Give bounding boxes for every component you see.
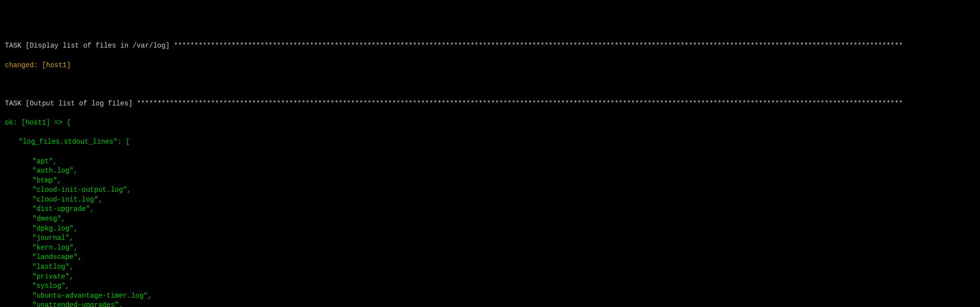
file-entry: "btmp", — [5, 176, 975, 186]
file-entry: "cloud-init-output.log", — [5, 185, 975, 195]
task2-var-name: "log_files.stdout_lines": [ — [5, 137, 975, 147]
file-entry: "dist-upgrade", — [5, 205, 975, 214]
task2-ok-line: ok: [host1] => { — [5, 118, 975, 128]
task1-status-changed: changed: [host1] — [5, 61, 975, 71]
file-entry: "unattended-upgrades", — [5, 301, 975, 307]
file-entry: "apt", — [5, 157, 975, 167]
task1-header: TASK [Display list of files in /var/log]… — [5, 41, 975, 51]
file-entry: "ubuntu-advantage-timer.log", — [5, 291, 975, 301]
file-entry: "kern.log", — [5, 243, 975, 253]
file-entry: "auth.log", — [5, 166, 975, 176]
file-entry: "cloud-init.log", — [5, 195, 975, 205]
task2-file-list: "apt","auth.log","btmp","cloud-init-outp… — [5, 157, 975, 307]
blank-line — [5, 80, 975, 90]
file-entry: "landscape", — [5, 253, 975, 262]
file-entry: "private", — [5, 272, 975, 282]
file-entry: "lastlog", — [5, 262, 975, 272]
file-entry: "dmesg", — [5, 214, 975, 224]
file-entry: "dpkg.log", — [5, 224, 975, 234]
file-entry: "syslog", — [5, 281, 975, 291]
file-entry: "journal", — [5, 233, 975, 243]
task2-header: TASK [Output list of log files] ********… — [5, 99, 975, 109]
